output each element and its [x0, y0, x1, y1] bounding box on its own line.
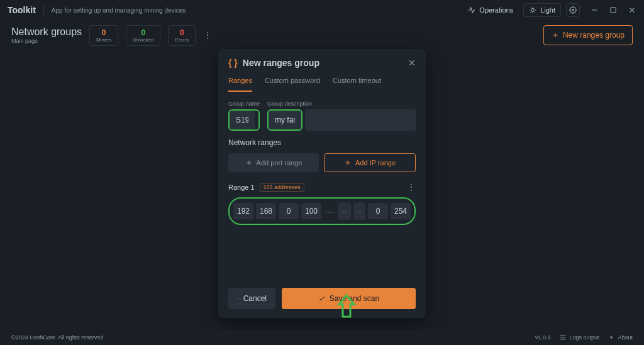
modal-tabs: Ranges Custom password Custom timeout	[218, 68, 426, 92]
addresses-badge: 155 addresses	[260, 183, 304, 192]
ip-from-octet-4[interactable]	[301, 203, 321, 219]
x-icon	[237, 295, 240, 302]
modal-body: Group name Group description Network r	[218, 92, 426, 234]
group-desc-field: Group description	[267, 101, 416, 131]
highlight-annotation	[267, 109, 303, 131]
ip-to-octet-1[interactable]: ··	[338, 202, 351, 220]
copyright: ©2024 HashCore. All rights reserved	[11, 334, 535, 341]
range-buttons: Add port range Add IP range	[228, 153, 416, 172]
tab-ranges[interactable]: Ranges	[228, 77, 252, 92]
add-port-label: Add port range	[257, 159, 303, 167]
highlight-annotation	[228, 109, 260, 131]
logs-output-button[interactable]: Logs output	[559, 334, 599, 341]
group-desc-label: Group description	[267, 101, 416, 107]
close-icon[interactable]: ✕	[408, 58, 416, 68]
modal-header: { } New ranges group ✕	[218, 49, 426, 68]
cancel-label: Cancel	[243, 294, 267, 303]
group-name-label: Group name	[228, 101, 260, 107]
info-icon	[608, 334, 615, 341]
range-more-icon[interactable]: ⋮	[407, 182, 416, 192]
version-label: v1.0.8	[535, 334, 551, 341]
ip-to-octet-3[interactable]	[368, 203, 388, 219]
braces-icon: { }	[228, 58, 238, 68]
add-port-range-button[interactable]: Add port range	[228, 153, 319, 172]
ip-from-octet-2[interactable]	[256, 203, 276, 219]
new-ranges-modal: { } New ranges group ✕ Ranges Custom pas…	[218, 49, 426, 318]
group-desc-input-extra[interactable]	[305, 109, 416, 131]
add-ip-range-button[interactable]: Add IP range	[324, 153, 416, 172]
ip-to-octet-2[interactable]: ··	[353, 202, 366, 220]
modal-footer: Cancel Save and scan	[218, 279, 426, 318]
add-ip-label: Add IP range	[355, 159, 396, 167]
field-row: Group name Group description	[228, 101, 416, 131]
cancel-button[interactable]: Cancel	[228, 288, 275, 309]
about-button[interactable]: About	[608, 334, 633, 341]
arrow-annotation	[335, 294, 358, 319]
group-name-input[interactable]	[230, 111, 255, 129]
group-name-field: Group name	[228, 101, 260, 131]
range-head: Range 1 155 addresses ⋮	[228, 182, 416, 192]
tab-custom-password[interactable]: Custom password	[265, 77, 320, 92]
group-desc-input[interactable]	[269, 111, 301, 129]
modal-title: New ranges group	[243, 58, 403, 68]
range-separator: —	[324, 207, 336, 215]
bottom-bar: ©2024 HashCore. All rights reserved v1.0…	[0, 330, 644, 345]
bottom-right: v1.0.8 Logs output About	[535, 334, 633, 341]
network-ranges-label: Network ranges	[228, 138, 416, 147]
about-label: About	[618, 334, 633, 341]
ip-to-octet-4[interactable]	[391, 203, 411, 219]
list-icon	[559, 334, 567, 341]
ip-from-octet-1[interactable]	[233, 203, 253, 219]
logs-label: Logs output	[569, 334, 599, 341]
ip-from-octet-3[interactable]	[279, 203, 299, 219]
ip-range-row: — ·· ··	[228, 197, 416, 225]
modal-backdrop: { } New ranges group ✕ Ranges Custom pas…	[0, 0, 644, 345]
svg-point-25	[611, 337, 613, 339]
desc-row	[267, 109, 416, 131]
plus-icon	[245, 159, 253, 167]
check-icon	[318, 295, 326, 302]
plus-icon	[344, 159, 352, 167]
range-name: Range 1	[228, 183, 255, 191]
tab-custom-timeout[interactable]: Custom timeout	[333, 77, 381, 92]
